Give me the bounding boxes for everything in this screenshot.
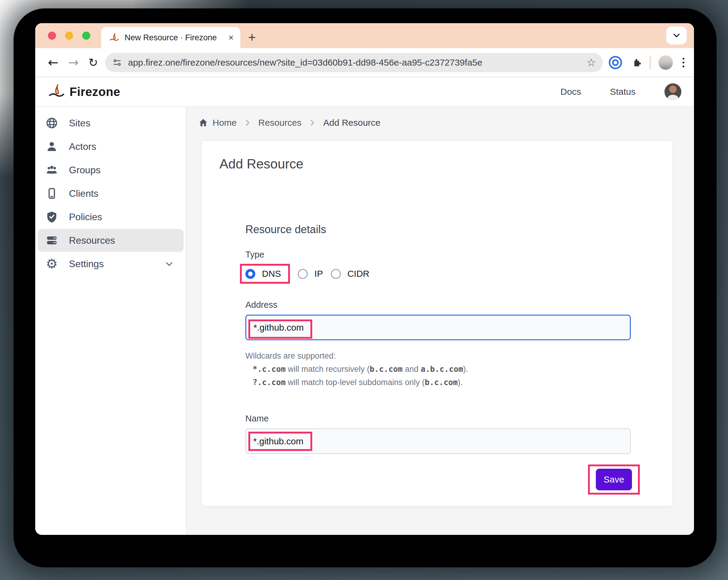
server-icon: [46, 234, 58, 247]
firezone-brand[interactable]: Firezone: [48, 83, 120, 101]
address-label: Address: [245, 300, 631, 310]
radio-dns-label[interactable]: DNS: [262, 269, 281, 279]
page-title: Add Resource: [219, 157, 673, 171]
tab-close-icon[interactable]: ×: [228, 33, 234, 42]
url-bar[interactable]: app.firez.one/firezone/resources/new?sit…: [105, 53, 603, 72]
url-text[interactable]: app.firez.one/firezone/resources/new?sit…: [128, 57, 581, 68]
sidebar-item-policies[interactable]: Policies: [37, 205, 184, 228]
sidebar: Sites Actors Groups Clien: [35, 107, 187, 535]
site-info-icon[interactable]: [112, 57, 123, 68]
users-icon: [46, 164, 58, 176]
add-resource-card: Add Resource Resource details Type DNS: [201, 140, 673, 506]
sidebar-item-label: Actors: [69, 141, 96, 152]
address-input[interactable]: [245, 315, 631, 340]
chevron-down-icon: [671, 30, 682, 40]
toolbar-separator: [650, 56, 651, 69]
sidebar-item-settings[interactable]: ⚙ Settings: [37, 252, 184, 275]
gear-icon: ⚙: [46, 257, 58, 271]
toolbar-extensions-area: [609, 55, 686, 70]
breadcrumb-add-resource: Add Resource: [323, 118, 380, 128]
breadcrumb-chevron-icon: [243, 118, 252, 127]
type-label: Type: [245, 250, 631, 259]
status-link[interactable]: Status: [610, 87, 635, 97]
forward-icon: →: [63, 56, 83, 69]
user-icon: [46, 140, 58, 153]
onepassword-icon[interactable]: [609, 56, 622, 69]
sidebar-item-label: Clients: [69, 188, 99, 199]
resource-form: Resource details Type DNS IP: [245, 223, 631, 495]
tab-strip: New Resource · Firezone × +: [35, 23, 694, 48]
section-title: Resource details: [245, 223, 631, 236]
breadcrumb: Home Resources Add Resource: [198, 115, 694, 130]
firezone-favicon-icon: [109, 32, 119, 43]
sidebar-item-groups[interactable]: Groups: [37, 159, 184, 182]
sidebar-item-label: Policies: [69, 212, 102, 223]
main-content: Home Resources Add Resource Add Resource…: [187, 107, 694, 535]
breadcrumb-home[interactable]: Home: [198, 118, 237, 128]
sidebar-item-label: Groups: [69, 165, 101, 176]
dns-annotation-box: DNS: [240, 264, 290, 284]
radio-cidr[interactable]: [331, 269, 341, 279]
radio-dns[interactable]: [245, 269, 255, 279]
browser-menu-kebab-icon[interactable]: [681, 58, 686, 67]
user-avatar[interactable]: [665, 83, 681, 100]
zoom-window-button[interactable]: [82, 32, 90, 40]
radio-cidr-label[interactable]: CIDR: [347, 269, 369, 279]
extensions-icon[interactable]: [630, 57, 642, 68]
back-icon[interactable]: ←: [43, 56, 63, 69]
sidebar-item-actors[interactable]: Actors: [37, 135, 184, 158]
chevron-down-icon: [164, 258, 175, 269]
sidebar-item-label: Resources: [69, 235, 115, 246]
home-icon: [198, 118, 208, 128]
wildcard-help-text: Wildcards are supported: *.c.com will ma…: [245, 349, 631, 389]
browser-tab[interactable]: New Resource · Firezone ×: [101, 27, 240, 48]
radio-cidr-option: CIDR: [331, 269, 369, 279]
bookmark-star-icon[interactable]: ☆: [587, 57, 596, 68]
new-tab-icon[interactable]: +: [248, 31, 256, 44]
minimize-window-button[interactable]: [65, 32, 73, 40]
firezone-logo-icon: [48, 83, 65, 101]
breadcrumb-chevron-icon: [308, 118, 316, 127]
name-label: Name: [245, 414, 631, 423]
breadcrumb-resources[interactable]: Resources: [258, 118, 302, 128]
sidebar-item-label: Settings: [69, 258, 104, 270]
docs-link[interactable]: Docs: [561, 87, 581, 97]
shield-check-icon: [46, 211, 58, 223]
tab-search-button[interactable]: [666, 26, 687, 45]
name-input[interactable]: [245, 429, 631, 454]
radio-ip-option: IP: [298, 269, 323, 279]
save-button[interactable]: Save: [596, 469, 632, 490]
save-annotation-box: Save: [588, 465, 640, 495]
brand-name: Firezone: [70, 85, 120, 99]
app-header: Firezone Docs Status: [35, 77, 694, 107]
type-radio-group: DNS IP CIDR: [245, 264, 631, 284]
sidebar-item-sites[interactable]: Sites: [37, 112, 184, 135]
radio-ip[interactable]: [298, 269, 308, 279]
close-window-button[interactable]: [48, 32, 56, 40]
mobile-icon: [46, 187, 58, 200]
sidebar-item-label: Sites: [69, 118, 90, 129]
sidebar-item-resources[interactable]: Resources: [37, 229, 184, 252]
radio-ip-label[interactable]: IP: [314, 269, 323, 279]
browser-profile-avatar[interactable]: [658, 55, 673, 70]
globe-icon: [46, 117, 58, 129]
sidebar-item-clients[interactable]: Clients: [37, 182, 184, 205]
traffic-lights: [48, 32, 90, 40]
browser-toolbar: ← → ↻ app.firez.one/firezone/resources/n…: [35, 48, 694, 77]
tab-title: New Resource · Firezone: [125, 33, 223, 43]
refresh-icon[interactable]: ↻: [83, 57, 103, 68]
browser-window: New Resource · Firezone × + ← → ↻ app.fi…: [35, 23, 694, 535]
